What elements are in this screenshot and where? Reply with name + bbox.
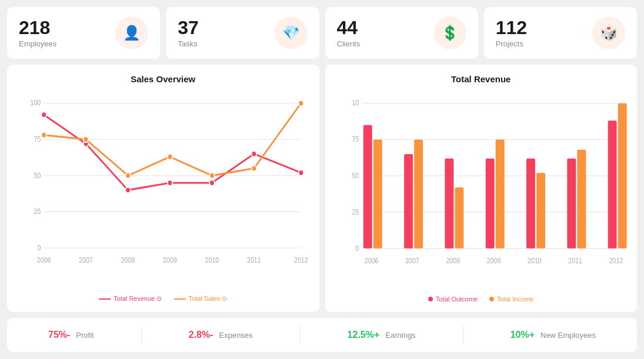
bottom-stat-label: Earnings (385, 331, 415, 340)
svg-text:75: 75 (34, 135, 41, 143)
svg-rect-56 (526, 159, 535, 249)
svg-point-21 (209, 180, 215, 186)
svg-rect-60 (608, 120, 616, 248)
svg-text:2011: 2011 (568, 257, 582, 264)
divider (463, 326, 463, 344)
bottom-stat-label: Expenses (219, 331, 253, 340)
bottom-stat-value: 2.8%- (189, 330, 213, 340)
svg-point-24 (41, 132, 46, 138)
divider (141, 326, 142, 344)
sales-overview-title: Sales Overview (19, 74, 308, 84)
stat-card-clients: 44 Clients 💲 (325, 7, 478, 59)
svg-text:2006: 2006 (364, 257, 378, 264)
bottom-stat-value: 10%+ (510, 330, 535, 340)
svg-text:2012: 2012 (609, 257, 623, 264)
bottom-stat-expenses: 2.8%- Expenses (189, 330, 253, 340)
svg-text:0: 0 (355, 244, 359, 252)
svg-text:2009: 2009 (163, 256, 177, 264)
svg-point-17 (41, 112, 46, 118)
stat-label: Tasks (178, 39, 199, 48)
stat-label: Employees (19, 39, 56, 48)
bottom-stat-earnings: 12.5%+ Earnings (348, 330, 416, 340)
svg-point-26 (125, 173, 131, 179)
bottom-stat-value: 12.5%+ (348, 330, 380, 340)
svg-text:2007: 2007 (405, 257, 419, 264)
legend-income: Total Income (489, 296, 533, 303)
stat-icon: 👤 (115, 16, 148, 49)
stat-cards-row: 218 Employees 👤 37 Tasks 💎 44 Clients 💲 … (7, 7, 637, 59)
svg-rect-49 (373, 140, 382, 249)
svg-rect-51 (414, 140, 423, 249)
svg-point-25 (84, 136, 89, 142)
stat-card-tasks: 37 Tasks 💎 (166, 7, 319, 59)
svg-text:0: 0 (37, 244, 41, 251)
svg-rect-59 (577, 150, 586, 249)
stat-number: 44 (337, 18, 361, 37)
svg-point-27 (168, 154, 173, 160)
svg-text:2006: 2006 (37, 256, 51, 264)
svg-point-28 (209, 173, 215, 179)
bottom-stat-new-employees: 10%+ New Employees (510, 330, 596, 340)
total-revenue-chart: 10 75 50 25 0 2006 2007 2008 2009 2010 2… (337, 89, 626, 292)
svg-text:25: 25 (34, 207, 41, 215)
legend-revenue: Total Revenue ⊙ (99, 295, 162, 303)
total-revenue-title: Total Revenue (337, 74, 626, 84)
svg-rect-61 (618, 103, 626, 249)
stat-icon: 💎 (275, 16, 308, 49)
bottom-stat-value: 75%- (48, 330, 70, 340)
svg-rect-52 (445, 159, 453, 249)
sales-legend: Total Revenue ⊙ Total Sales ⊙ (19, 295, 308, 303)
sales-overview-chart: 100 75 50 25 0 2006 2007 2008 2009 2010 … (19, 89, 308, 291)
svg-text:50: 50 (34, 172, 41, 179)
stat-label: Clients (337, 39, 361, 48)
svg-text:2010: 2010 (528, 257, 542, 264)
svg-point-29 (252, 166, 257, 172)
svg-point-19 (125, 187, 131, 193)
svg-text:10: 10 (352, 99, 359, 107)
stat-number: 112 (496, 18, 527, 37)
charts-row: Sales Overview 100 75 50 25 0 2006 (7, 65, 637, 312)
bottom-stat-label: Profit (76, 331, 94, 340)
svg-rect-55 (495, 140, 504, 249)
svg-text:25: 25 (352, 208, 359, 216)
revenue-legend: Total Outcome Total Income (337, 296, 626, 303)
svg-text:50: 50 (352, 172, 359, 179)
bottom-stat-label: New Employees (540, 331, 596, 340)
svg-point-20 (168, 180, 173, 186)
svg-rect-53 (455, 187, 463, 249)
stat-number: 37 (178, 18, 199, 37)
total-revenue-card: Total Revenue 10 75 50 25 0 2006 (325, 65, 638, 312)
svg-point-30 (299, 100, 304, 106)
dashboard: 218 Employees 👤 37 Tasks 💎 44 Clients 💲 … (0, 0, 644, 359)
stat-card-projects: 112 Projects 🎲 (484, 7, 637, 59)
stat-card-employees: 218 Employees 👤 (7, 7, 160, 59)
svg-text:2008: 2008 (121, 256, 135, 264)
svg-text:2007: 2007 (79, 256, 93, 264)
svg-rect-54 (485, 159, 494, 249)
svg-rect-48 (363, 125, 372, 249)
legend-sales: Total Sales ⊙ (174, 295, 228, 303)
stat-label: Projects (496, 39, 527, 48)
svg-rect-57 (536, 173, 545, 249)
svg-text:2010: 2010 (205, 256, 219, 264)
svg-text:75: 75 (352, 136, 359, 143)
svg-text:100: 100 (31, 99, 41, 107)
sales-overview-card: Sales Overview 100 75 50 25 0 2006 (7, 65, 319, 312)
stat-number: 218 (19, 18, 56, 37)
stat-icon: 🎲 (592, 16, 625, 49)
legend-outcome: Total Outcome (428, 296, 478, 303)
svg-text:2009: 2009 (486, 257, 500, 264)
bottom-stats-bar: 75%- Profit 2.8%- Expenses 12.5%+ Earnin… (7, 318, 637, 352)
svg-point-23 (299, 170, 304, 176)
stat-icon: 💲 (433, 16, 466, 49)
svg-text:2012: 2012 (294, 256, 308, 264)
divider (300, 326, 301, 344)
svg-text:2011: 2011 (247, 256, 261, 264)
svg-rect-50 (404, 154, 413, 249)
bottom-stat-profit: 75%- Profit (48, 330, 94, 340)
svg-rect-58 (567, 159, 576, 249)
svg-text:2008: 2008 (446, 257, 460, 264)
svg-point-22 (252, 151, 257, 157)
